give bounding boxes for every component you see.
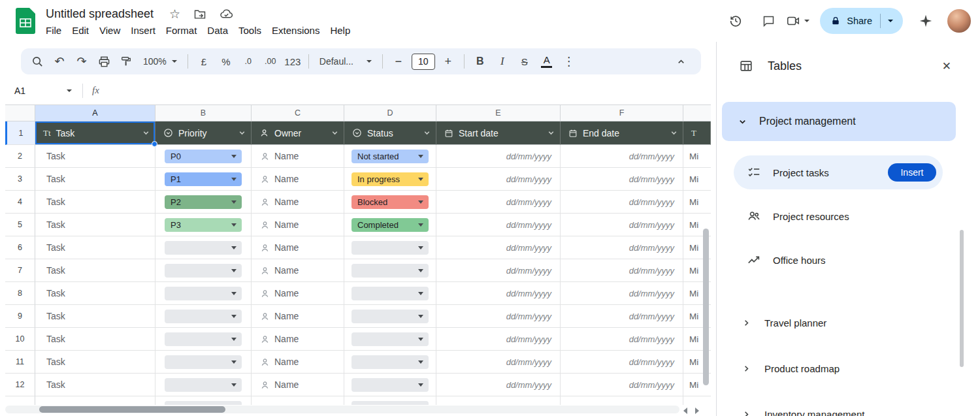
status-chip[interactable] [351, 332, 429, 346]
priority-cell[interactable] [155, 282, 252, 305]
status-cell[interactable]: Completed [344, 214, 436, 236]
bold-button[interactable]: B [469, 50, 491, 72]
priority-chip[interactable]: P0 [165, 150, 242, 163]
cell-a1-task-header[interactable]: Tt Task [35, 121, 155, 145]
column-header-c[interactable]: C [252, 104, 344, 121]
end-date-cell[interactable]: dd/mm/yyyy [561, 374, 683, 396]
search-icon[interactable] [26, 50, 48, 72]
column-menu-chevron-icon[interactable] [142, 129, 150, 137]
star-icon[interactable]: ☆ [169, 8, 180, 20]
task-cell[interactable]: Task [35, 328, 155, 351]
menu-help[interactable]: Help [325, 24, 355, 37]
row-header[interactable]: 3 [5, 168, 35, 191]
header-cell-start-date[interactable]: Start date [436, 121, 561, 145]
scroll-right-icon[interactable] [695, 408, 699, 414]
menu-file[interactable]: File [41, 24, 67, 37]
comments-icon[interactable] [755, 7, 782, 35]
priority-cell[interactable]: P0 [155, 145, 252, 168]
task-cell[interactable]: Task [35, 259, 155, 282]
priority-cell[interactable] [155, 396, 252, 405]
owner-cell[interactable]: Name [252, 168, 344, 191]
task-cell[interactable]: Task [35, 168, 155, 191]
fill-handle[interactable] [152, 141, 157, 147]
priority-chip[interactable] [165, 241, 242, 255]
status-chip[interactable]: Blocked [351, 195, 429, 209]
header-cell-end-date[interactable]: End date [561, 121, 683, 145]
task-cell[interactable]: Task [35, 236, 155, 259]
column-header-partial[interactable] [683, 104, 711, 121]
row-header[interactable]: 6 [5, 236, 35, 259]
more-options-icon[interactable]: ⋮ [558, 50, 580, 72]
owner-cell[interactable]: Name [252, 236, 344, 259]
row-header[interactable]: 9 [5, 305, 35, 328]
priority-cell[interactable] [155, 351, 252, 374]
cloud-status-icon[interactable] [220, 7, 233, 21]
status-cell[interactable] [344, 328, 436, 351]
end-date-cell[interactable]: dd/mm/yyyy [561, 282, 683, 305]
status-chip[interactable] [351, 241, 429, 255]
end-date-cell[interactable]: dd/mm/yyyy [561, 236, 683, 259]
document-title[interactable]: Untitled spreadsheet [46, 7, 154, 21]
column-header-b[interactable]: B [155, 104, 252, 121]
status-chip[interactable]: In progress [351, 172, 429, 186]
status-cell[interactable] [344, 351, 436, 374]
owner-cell[interactable] [252, 396, 344, 405]
status-chip[interactable] [351, 378, 429, 392]
end-date-cell[interactable] [561, 396, 683, 405]
priority-cell[interactable] [155, 328, 252, 351]
version-history-icon[interactable] [722, 7, 749, 35]
status-chip[interactable] [351, 287, 429, 300]
scroll-left-icon[interactable] [683, 408, 687, 414]
row-header[interactable]: 7 [5, 259, 35, 282]
panel-item-project-tasks[interactable]: Project tasks Insert [734, 155, 943, 189]
sheets-logo[interactable] [14, 8, 37, 34]
start-date-cell[interactable]: dd/mm/yyyy [436, 351, 561, 374]
row-header-1[interactable]: 1 [5, 121, 35, 145]
row-header[interactable]: 10 [5, 328, 35, 351]
priority-chip[interactable] [165, 355, 242, 369]
currency-format-button[interactable]: £ [193, 50, 215, 72]
status-chip[interactable] [351, 264, 429, 278]
task-cell[interactable]: Task [35, 305, 155, 328]
task-cell[interactable]: Task [35, 145, 155, 168]
menu-tools[interactable]: Tools [233, 24, 267, 37]
section-travel-planner[interactable]: Travel planner [734, 306, 956, 340]
section-inventory-management[interactable]: Inventory management [734, 397, 956, 416]
start-date-cell[interactable]: dd/mm/yyyy [436, 282, 561, 305]
print-icon[interactable] [93, 50, 115, 72]
menu-edit[interactable]: Edit [67, 24, 94, 37]
end-date-cell[interactable]: dd/mm/yyyy [561, 305, 683, 328]
start-date-cell[interactable]: dd/mm/yyyy [436, 236, 561, 259]
end-date-cell[interactable]: dd/mm/yyyy [561, 214, 683, 236]
corner-cell[interactable] [5, 104, 35, 121]
row-header[interactable]: 11 [5, 351, 35, 374]
column-header-e[interactable]: E [436, 104, 561, 121]
owner-cell[interactable]: Name [252, 328, 344, 351]
horizontal-scrollbar-thumb[interactable] [39, 406, 225, 413]
undo-icon[interactable]: ↶ [48, 50, 71, 72]
priority-chip[interactable] [165, 264, 242, 278]
extra-cell[interactable] [683, 396, 711, 405]
priority-chip[interactable] [165, 310, 242, 323]
panel-item-project-resources[interactable]: Project resources [734, 199, 943, 233]
status-cell[interactable]: In progress [344, 168, 436, 191]
extra-cell[interactable]: Mi [683, 145, 711, 168]
start-date-cell[interactable]: dd/mm/yyyy [436, 191, 561, 214]
panel-scrollbar-thumb[interactable] [960, 230, 964, 367]
task-cell[interactable]: Task [35, 214, 155, 236]
end-date-cell[interactable]: dd/mm/yyyy [561, 191, 683, 214]
end-date-cell[interactable]: dd/mm/yyyy [561, 259, 683, 282]
font-size-input[interactable]: 10 [412, 54, 435, 70]
menu-insert[interactable]: Insert [125, 24, 161, 37]
strikethrough-button[interactable]: S [514, 50, 536, 72]
owner-cell[interactable]: Name [252, 145, 344, 168]
paint-format-icon[interactable] [115, 50, 137, 72]
column-header-d[interactable]: D [344, 104, 436, 121]
italic-button[interactable]: I [491, 50, 514, 72]
priority-chip[interactable] [165, 287, 242, 300]
redo-icon[interactable]: ↷ [71, 50, 93, 72]
status-cell[interactable]: Blocked [344, 191, 436, 214]
user-avatar[interactable] [947, 9, 971, 33]
status-cell[interactable] [344, 396, 436, 405]
meet-button[interactable] [786, 14, 809, 28]
